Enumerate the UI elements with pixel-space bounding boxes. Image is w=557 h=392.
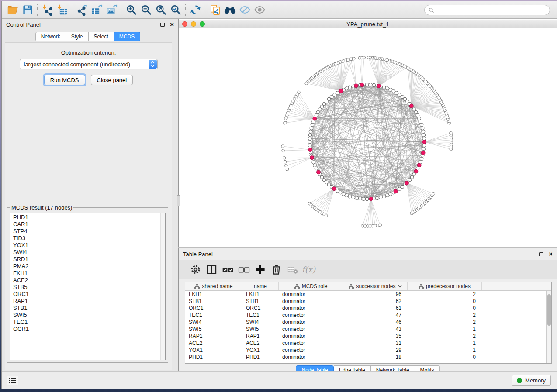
toolbar-divider <box>121 4 121 16</box>
status-bar: Memory <box>2 371 557 389</box>
table-row[interactable]: RAP1RAP1dominator352 <box>185 333 551 340</box>
memory-button[interactable]: Memory <box>512 375 551 386</box>
table-header-row: shared namenameMCDS rolesuccessor nodesp… <box>185 282 551 291</box>
network-canvas[interactable] <box>179 29 557 246</box>
mcds-result-item[interactable]: CAR1 <box>13 221 165 228</box>
mcds-result-item[interactable]: STB1 <box>13 305 165 312</box>
mcds-result-item[interactable]: TID3 <box>13 235 165 242</box>
mcds-result-item[interactable]: PMA2 <box>13 263 165 270</box>
zoom-selected-icon[interactable] <box>168 3 183 17</box>
import-network-icon[interactable] <box>40 3 55 17</box>
table-row[interactable]: ACE2ACE2connector311 <box>185 340 551 347</box>
table-settings-icon[interactable] <box>187 262 204 276</box>
tab-network[interactable]: Network <box>35 32 66 41</box>
mcds-panel: Optimization criterion: largest connecte… <box>5 42 172 370</box>
select-stepper-icon <box>149 60 157 69</box>
table-scrollbar[interactable] <box>546 291 551 363</box>
mcds-result-item[interactable]: ACE2 <box>13 277 165 284</box>
mcds-list-scrollbar[interactable] <box>160 213 165 360</box>
close-table-panel-icon[interactable]: × <box>549 252 553 256</box>
optimization-criterion-select[interactable]: largest connected component (undirected) <box>20 59 158 69</box>
mcds-result-item[interactable]: GCR1 <box>13 326 165 333</box>
deselect-all-icon[interactable] <box>236 262 252 276</box>
mcds-result-item[interactable]: RAP1 <box>13 298 165 305</box>
node-table: shared namenameMCDS rolesuccessor nodesp… <box>185 282 552 364</box>
table-row[interactable]: STB1STB1dominator620 <box>185 298 551 305</box>
splitter-handle[interactable] <box>177 195 180 206</box>
table-cell: ACE2 <box>185 340 242 347</box>
table-row[interactable]: SWI5SWI5connector431 <box>185 326 551 333</box>
table-row[interactable]: FKH1FKH1dominator962 <box>185 291 551 298</box>
open-file-icon[interactable] <box>5 3 20 17</box>
table-body: FKH1FKH1dominator962STB1STB1dominator620… <box>185 291 551 361</box>
mcds-result-item[interactable]: PHD1 <box>13 214 165 221</box>
main-toolbar <box>2 1 557 19</box>
first-neighbors-icon[interactable] <box>222 3 237 17</box>
table-cell: 2 <box>408 319 482 326</box>
save-session-icon[interactable] <box>20 3 35 17</box>
table-cell: SWI4 <box>242 319 279 326</box>
export-network-icon[interactable] <box>74 3 89 17</box>
table-cell: 2 <box>408 312 482 319</box>
table-cell: 62 <box>343 298 408 305</box>
column-header-name[interactable]: name <box>242 282 279 290</box>
column-header-shared-name[interactable]: shared name <box>185 282 242 290</box>
refresh-icon[interactable] <box>188 3 203 17</box>
zoom-in-icon[interactable] <box>124 3 138 17</box>
tab-style[interactable]: Style <box>66 32 89 41</box>
copy-network-icon[interactable] <box>208 3 222 17</box>
run-mcds-button[interactable]: Run MCDS <box>44 75 85 85</box>
mcds-result-item[interactable]: FKH1 <box>13 270 165 277</box>
tab-mcds[interactable]: MCDS <box>114 32 140 41</box>
network-title: YPA_prune.txt_1 <box>179 21 557 28</box>
zoom-fit-icon[interactable] <box>153 3 168 17</box>
table-cell: FKH1 <box>185 291 242 298</box>
show-all-icon[interactable] <box>252 3 267 17</box>
hide-selected-icon[interactable] <box>237 3 252 17</box>
table-row[interactable]: TEC1TEC1connector472 <box>185 312 551 319</box>
mcds-result-item[interactable]: STP4 <box>13 228 165 235</box>
export-image-icon[interactable] <box>104 3 119 17</box>
add-column-icon[interactable] <box>252 262 268 276</box>
column-header-successor-nodes[interactable]: successor nodes <box>343 282 408 290</box>
mcds-result-item[interactable]: TEC1 <box>13 319 165 326</box>
table-cell: dominator <box>279 333 343 340</box>
main-toolbar-icons <box>5 3 267 17</box>
memory-status-icon <box>517 378 522 383</box>
table-row[interactable]: PHD1PHD1dominator180 <box>185 354 551 361</box>
select-all-icon[interactable] <box>220 262 236 276</box>
table-cell: PHD1 <box>185 354 242 361</box>
table-cell: YOX1 <box>242 347 279 354</box>
zoom-out-icon[interactable] <box>138 3 153 17</box>
import-table-icon[interactable] <box>55 3 69 17</box>
export-table-icon[interactable] <box>89 3 104 17</box>
mcds-result-item[interactable]: SWI5 <box>13 312 165 319</box>
delete-table-icon <box>284 262 301 276</box>
mcds-result-item[interactable]: STB5 <box>13 284 165 291</box>
table-cell: RAP1 <box>242 333 279 340</box>
mcds-result-item[interactable]: YOX1 <box>13 242 165 249</box>
delete-column-icon[interactable] <box>268 262 284 276</box>
mcds-result-item[interactable]: SWI4 <box>13 249 165 256</box>
table-row[interactable]: YOX1YOX1connector291 <box>185 347 551 354</box>
table-cell: 47 <box>343 312 408 319</box>
task-history-button[interactable] <box>7 376 18 385</box>
close-panel-icon[interactable]: × <box>170 22 174 27</box>
mcds-result-item[interactable]: ORC1 <box>13 291 165 298</box>
column-header-MCDS-role[interactable]: MCDS role <box>279 282 343 290</box>
table-cell: 0 <box>408 354 482 361</box>
toggle-column-view-icon[interactable] <box>204 262 220 276</box>
table-row[interactable]: SWI4SWI4dominator462 <box>185 319 551 326</box>
float-panel-icon[interactable] <box>160 23 165 27</box>
control-panel-title: Control Panel <box>6 21 41 28</box>
table-cell: connector <box>279 326 343 333</box>
cytoscape-window: Control Panel × NetworkStyleSelectMCDS O… <box>1 1 557 389</box>
close-panel-button[interactable]: Close panel <box>91 75 133 85</box>
table-row[interactable]: ORC1ORC1dominator610 <box>185 305 551 312</box>
mcds-result-item[interactable]: SRD1 <box>13 256 165 263</box>
search-input[interactable] <box>435 7 546 14</box>
tab-select[interactable]: Select <box>89 32 114 41</box>
float-table-panel-icon[interactable] <box>539 252 543 256</box>
table-cell: 1 <box>408 340 482 347</box>
column-header-predecessor-nodes[interactable]: predecessor nodes <box>408 282 482 290</box>
